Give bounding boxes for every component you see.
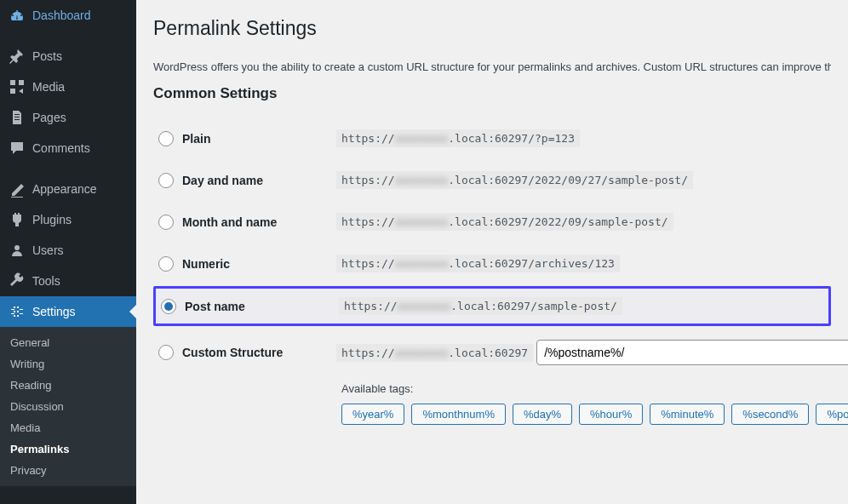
radio-plain[interactable] [158, 131, 174, 146]
settings-icon [9, 303, 26, 320]
url-example: https://xxxxxxxx.local:60297/archives/12… [336, 255, 620, 272]
sidebar-item-label: Media [32, 80, 65, 94]
submenu-general[interactable]: General [0, 332, 136, 353]
url-example: https://xxxxxxxx.local:60297/2022/09/sam… [336, 213, 673, 231]
tag-minute[interactable]: %minute% [650, 404, 725, 425]
sidebar-item-posts[interactable]: Posts [0, 41, 136, 72]
option-label: Plain [182, 132, 210, 146]
option-label: Day and name [182, 174, 263, 187]
sidebar-item-dashboard[interactable]: Dashboard [0, 0, 136, 31]
sidebar-item-label: Settings [32, 305, 76, 318]
dashboard-icon [9, 7, 26, 24]
url-example: https://xxxxxxxx.local:60297/?p=123 [336, 129, 580, 147]
option-month-and-name: Month and name https://xxxxxxxx.local:60… [153, 201, 831, 243]
option-label: Numeric [182, 257, 230, 271]
sidebar-item-users[interactable]: Users [0, 235, 136, 266]
option-plain: Plain https://xxxxxxxx.local:60297/?p=12… [153, 117, 831, 159]
sidebar-item-pages[interactable]: Pages [0, 102, 136, 133]
option-label: Custom Structure [182, 346, 283, 359]
tag-second[interactable]: %second% [731, 404, 809, 425]
media-icon [9, 78, 26, 95]
tag-day[interactable]: %day% [513, 404, 572, 425]
sidebar-item-tools[interactable]: Tools [0, 266, 136, 296]
sidebar-item-label: Users [32, 243, 64, 257]
tag-monthnum[interactable]: %monthnum% [411, 404, 506, 425]
tag-year[interactable]: %year% [341, 404, 404, 425]
users-icon [9, 242, 26, 259]
custom-structure-input[interactable] [536, 340, 848, 365]
radio-day-name[interactable] [158, 173, 174, 188]
submenu-reading[interactable]: Reading [0, 375, 136, 396]
appearance-icon [9, 180, 26, 198]
sidebar-item-label: Comments [32, 141, 90, 155]
admin-sidebar: Dashboard Posts Media Pages Comments App… [0, 0, 136, 504]
pages-icon [9, 109, 26, 126]
plugins-icon [9, 211, 26, 228]
permalink-options: Plain https://xxxxxxxx.local:60297/?p=12… [153, 117, 831, 425]
option-post-name: Post name https://xxxxxxxx.local:60297/s… [153, 286, 831, 326]
submenu-writing[interactable]: Writing [0, 353, 136, 375]
sidebar-item-label: Appearance [32, 182, 97, 196]
sidebar-item-appearance[interactable]: Appearance [0, 174, 136, 204]
option-custom-structure: Custom Structure https://xxxxxxxx.local:… [153, 328, 831, 377]
url-example: https://xxxxxxxx.local:60297/sample-post… [339, 297, 622, 315]
sidebar-item-media[interactable]: Media [0, 72, 136, 102]
radio-month-name[interactable] [158, 215, 174, 230]
radio-post-name[interactable] [161, 299, 176, 314]
sidebar-item-settings[interactable]: Settings [0, 296, 136, 327]
radio-numeric[interactable] [158, 256, 174, 272]
tag-hour[interactable]: %hour% [579, 404, 643, 425]
comments-icon [9, 140, 26, 157]
pin-icon [9, 48, 26, 65]
option-label: Post name [185, 300, 245, 313]
submenu-privacy[interactable]: Privacy [0, 460, 136, 481]
sidebar-item-label: Dashboard [32, 9, 91, 22]
settings-submenu: General Writing Reading Discussion Media… [0, 327, 136, 486]
tools-icon [9, 272, 26, 289]
tag-postid[interactable]: %post_id% [816, 404, 848, 425]
option-numeric: Numeric https://xxxxxxxx.local:60297/arc… [153, 243, 831, 284]
sidebar-item-plugins[interactable]: Plugins [0, 204, 136, 235]
sidebar-item-comments[interactable]: Comments [0, 133, 136, 163]
submenu-media[interactable]: Media [0, 417, 136, 438]
tags-label: Available tags: [341, 382, 831, 395]
available-tags: Available tags: %year% %monthnum% %day% … [341, 382, 831, 425]
sidebar-item-label: Pages [32, 111, 66, 124]
radio-custom[interactable] [158, 345, 174, 360]
sidebar-item-label: Plugins [32, 213, 72, 226]
url-base: https://xxxxxxxx.local:60297 [336, 344, 533, 362]
main-content: Permalink Settings WordPress offers you … [136, 0, 848, 504]
submenu-permalinks[interactable]: Permalinks [0, 438, 136, 460]
url-example: https://xxxxxxxx.local:60297/2022/09/27/… [336, 171, 693, 189]
page-description: WordPress offers you the ability to crea… [153, 59, 831, 76]
page-title: Permalink Settings [153, 9, 831, 45]
sidebar-item-label: Tools [32, 274, 60, 288]
section-heading: Common Settings [153, 85, 831, 102]
option-day-and-name: Day and name https://xxxxxxxx.local:6029… [153, 159, 831, 201]
option-label: Month and name [182, 215, 277, 229]
sidebar-item-label: Posts [32, 49, 62, 63]
submenu-discussion[interactable]: Discussion [0, 396, 136, 417]
